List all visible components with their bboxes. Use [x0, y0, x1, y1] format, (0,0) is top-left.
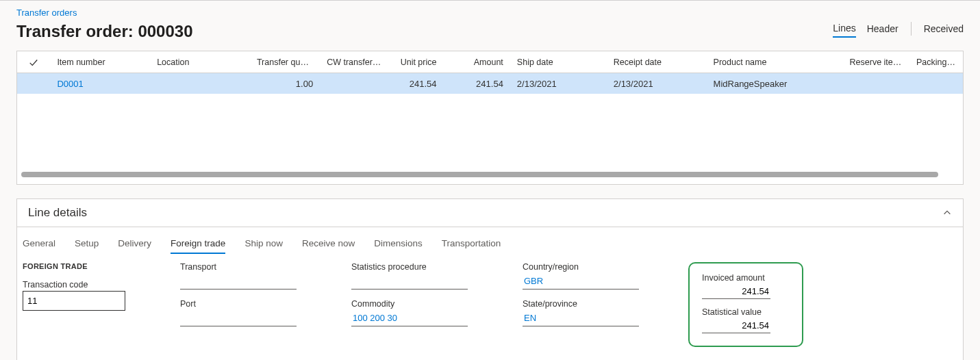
grid-empty-space: [17, 94, 963, 169]
label-statistical-value: Statistical value: [702, 307, 790, 317]
value-statistical-value[interactable]: [702, 318, 770, 333]
tab-header[interactable]: Header: [867, 23, 899, 37]
cell-packing[interactable]: [909, 78, 963, 89]
tab-lines[interactable]: Lines: [833, 23, 855, 38]
input-transaction-code[interactable]: [23, 291, 125, 311]
line-details-panel: Line details General Setup Delivery Fore…: [16, 198, 964, 360]
label-commodity: Commodity: [351, 299, 488, 309]
label-state-province: State/province: [523, 299, 659, 309]
tab-dimensions[interactable]: Dimensions: [374, 238, 423, 254]
input-transport[interactable]: [180, 273, 297, 290]
header-tabs: Lines Header Received: [833, 22, 964, 38]
cell-receipt-date[interactable]: 2/13/2021: [607, 73, 707, 94]
col-reserve-items[interactable]: Reserve items a...: [843, 52, 909, 73]
table-row[interactable]: D0001 1.00 241.54 241.54 2/13/2021 2/13/…: [17, 73, 963, 94]
label-transport: Transport: [180, 262, 317, 272]
col-item-number[interactable]: Item number: [50, 52, 150, 73]
tab-transportation[interactable]: Transportation: [442, 238, 501, 254]
input-statistics-procedure[interactable]: [351, 273, 468, 290]
check-icon: [29, 57, 38, 67]
breadcrumb-link[interactable]: Transfer orders: [16, 6, 964, 19]
cell-reserve[interactable]: [843, 78, 909, 89]
horizontal-scrollbar[interactable]: [21, 169, 959, 180]
tab-setup[interactable]: Setup: [75, 238, 99, 254]
input-country-region[interactable]: [523, 273, 639, 290]
col-packing-qty[interactable]: Packing qu: [909, 52, 963, 73]
input-state-province[interactable]: [523, 310, 639, 326]
highlight-amount-box: Invoiced amount Statistical value: [688, 262, 803, 347]
col-ship-date[interactable]: Ship date: [510, 52, 607, 73]
cell-amount[interactable]: 241.54: [443, 73, 510, 94]
label-country-region: Country/region: [523, 262, 659, 272]
separator: [911, 22, 912, 36]
cell-item-number[interactable]: D0001: [50, 73, 150, 94]
select-all[interactable]: [17, 57, 50, 67]
line-details-title: Line details: [28, 206, 87, 220]
line-detail-tabs: General Setup Delivery Foreign trade Shi…: [17, 227, 963, 259]
cell-cw-qty[interactable]: [320, 78, 390, 89]
label-invoiced-amount: Invoiced amount: [702, 273, 790, 283]
col-unit-price[interactable]: Unit price: [390, 52, 443, 73]
lines-grid: Item number Location Transfer quantity C…: [16, 51, 964, 185]
cell-transfer-quantity[interactable]: 1.00: [250, 73, 320, 94]
section-caption-foreign-trade: FOREIGN TRADE: [23, 262, 146, 270]
tab-delivery[interactable]: Delivery: [118, 238, 151, 254]
cell-location[interactable]: [150, 78, 250, 89]
tab-receive-now[interactable]: Receive now: [302, 238, 355, 254]
cell-unit-price[interactable]: 241.54: [390, 73, 443, 94]
col-location[interactable]: Location: [150, 52, 250, 73]
tab-general[interactable]: General: [23, 238, 55, 254]
col-transfer-quantity[interactable]: Transfer quantity: [250, 52, 320, 73]
col-cw-transfer-qty[interactable]: CW transfer qty: [320, 52, 390, 73]
scrollbar-thumb[interactable]: [21, 172, 938, 177]
tab-ship-now[interactable]: Ship now: [244, 238, 283, 254]
input-port[interactable]: [180, 310, 297, 326]
value-invoiced-amount[interactable]: [702, 284, 770, 299]
col-amount[interactable]: Amount: [443, 52, 510, 73]
label-transaction-code: Transaction code: [23, 280, 146, 290]
tab-received[interactable]: Received: [924, 23, 964, 37]
input-commodity[interactable]: [351, 310, 468, 326]
chevron-up-icon[interactable]: [942, 208, 952, 218]
label-statistics-procedure: Statistics procedure: [351, 262, 488, 272]
tab-foreign-trade[interactable]: Foreign trade: [171, 238, 225, 254]
col-product-name[interactable]: Product name: [707, 52, 843, 73]
page-title: Transfer order: 000030: [16, 22, 192, 41]
grid-header: Item number Location Transfer quantity C…: [17, 51, 963, 73]
label-port: Port: [180, 299, 317, 309]
cell-product-name[interactable]: MidRangeSpeaker: [707, 73, 843, 94]
col-receipt-date[interactable]: Receipt date: [607, 52, 707, 73]
cell-ship-date[interactable]: 2/13/2021: [510, 73, 607, 94]
